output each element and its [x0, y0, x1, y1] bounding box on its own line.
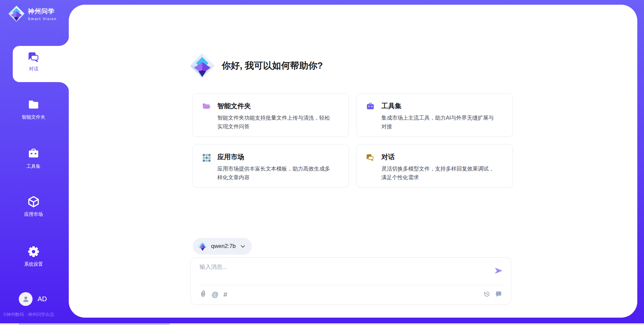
card-title: 工具集 [381, 102, 499, 111]
toolbox-icon [366, 102, 375, 112]
card-title: 应用市场 [217, 152, 335, 161]
greeting-row: 你好, 我可以如何帮助你? [190, 53, 323, 78]
scrollbar-thumb[interactable] [19, 323, 170, 325]
hash-icon[interactable]: # [223, 290, 227, 299]
greeting-text: 你好, 我可以如何帮助你? [222, 60, 323, 72]
card-description: 集成市场上主流工具，助力AI与外界无缝扩展与对接 [381, 114, 499, 131]
comment-icon[interactable] [495, 290, 502, 299]
sidebar-item-settings[interactable]: 系统设置 [3, 246, 64, 267]
person-icon [22, 296, 30, 303]
user-account[interactable]: AD [19, 292, 47, 306]
card-app-market[interactable]: 应用市场 应用市场提供丰富长文本模板，助力高效生成多样化文章内容 [192, 144, 349, 188]
history-icon[interactable] [483, 290, 490, 299]
horizontal-scrollbar[interactable] [0, 323, 644, 325]
card-title: 对话 [381, 152, 499, 161]
sidebar-item-chat[interactable]: 对话 [13, 46, 69, 82]
assistant-logo-icon [190, 53, 215, 78]
feature-cards: 智能文件夹 智能文件夹功能支持批量文件上传与清洗，轻松实现文件问答 工具集 集成… [192, 93, 513, 188]
copyright-footer: ©神州数码 · 神州问学出品 [3, 312, 54, 318]
chevron-down-icon [240, 245, 245, 248]
brand-name: 神州问学 [28, 7, 57, 16]
card-description: 应用市场提供丰富长文本模板，助力高效生成多样化文章内容 [217, 165, 335, 182]
card-chat[interactable]: 对话 灵活切换多模型文件，支持多样回复效果调试，满足个性化需求 [356, 144, 513, 188]
brand: 神州问学 Smart Vision [8, 5, 57, 22]
model-name: qwen2:7b [211, 243, 236, 250]
sidebar-item-app-market[interactable]: 应用市场 [3, 196, 64, 217]
paperclip-icon[interactable] [200, 290, 207, 299]
user-name: AD [38, 295, 47, 303]
card-description: 灵活切换多模型文件，支持多样回复效果调试，满足个性化需求 [381, 165, 499, 182]
brand-logo-icon [8, 5, 25, 22]
sidebar-item-label: 工具集 [3, 164, 64, 170]
card-title: 智能文件夹 [217, 102, 335, 111]
gear-icon [28, 253, 40, 259]
folder-open-icon [202, 102, 211, 112]
sidebar-item-smart-folder[interactable]: 智能文件夹 [3, 99, 64, 120]
card-description: 智能文件夹功能支持批量文件上传与清洗，轻松实现文件问答 [217, 114, 335, 131]
active-tab-curve-top [59, 36, 69, 46]
sidebar-item-label: 智能文件夹 [3, 114, 64, 120]
card-toolset[interactable]: 工具集 集成市场上主流工具，助力AI与外界无缝扩展与对接 [356, 93, 513, 137]
toolbox-icon [28, 155, 40, 161]
active-tab-curve-bottom [59, 82, 69, 92]
model-selector[interactable]: qwen2:7b [193, 238, 252, 255]
card-smart-folder[interactable]: 智能文件夹 智能文件夹功能支持批量文件上传与清洗，轻松实现文件问答 [192, 93, 349, 137]
folder-icon [28, 106, 40, 112]
brand-subtitle: Smart Vision [28, 17, 57, 21]
chat-icon [366, 153, 375, 163]
sidebar-item-toolset[interactable]: 工具集 [3, 148, 64, 170]
sidebar-item-label: 系统设置 [3, 261, 64, 267]
sidebar-item-label: 应用市场 [3, 211, 64, 217]
grid-icon [202, 153, 211, 163]
at-icon[interactable]: @ [212, 290, 218, 299]
composer-divider [198, 285, 504, 285]
message-input[interactable]: 输入消息... [200, 263, 227, 271]
send-icon[interactable] [494, 267, 503, 276]
model-logo-icon [198, 241, 208, 251]
message-composer: 输入消息... @ # [191, 257, 511, 305]
chat-icon [28, 51, 40, 63]
sidebar-item-label: 对话 [13, 66, 55, 72]
avatar [19, 292, 33, 306]
cube-icon [28, 203, 40, 209]
